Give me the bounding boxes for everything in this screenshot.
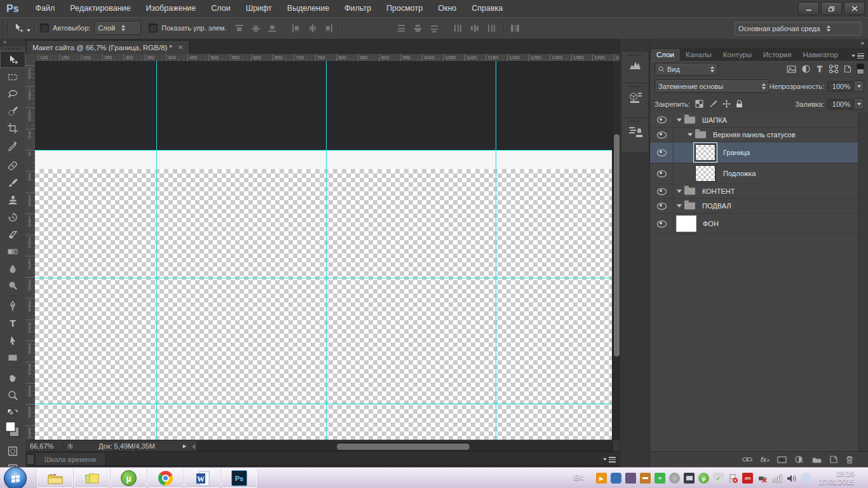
disclosure-triangle[interactable] — [677, 205, 682, 208]
autoselect-checkbox[interactable] — [40, 24, 49, 32]
layers-scroll-gutter[interactable] — [858, 112, 868, 452]
visibility-toggle[interactable] — [650, 142, 674, 163]
pen-tool[interactable] — [0, 297, 25, 315]
eraser-tool[interactable] — [0, 226, 25, 243]
new-layer-icon[interactable] — [830, 456, 837, 463]
menu-file[interactable]: Файл — [28, 0, 63, 17]
updater-tray-icon[interactable] — [640, 473, 651, 484]
bluetooth-tray-icon[interactable] — [801, 473, 811, 484]
tab-layers[interactable]: Слои — [651, 49, 680, 61]
tab-history[interactable]: История — [757, 49, 797, 61]
brush-tool[interactable] — [0, 174, 25, 191]
layer-group-row[interactable]: Верхняя панель статусов — [650, 128, 858, 142]
quick-mask-button[interactable] — [0, 442, 25, 459]
hscroll-left-arrow[interactable] — [192, 444, 195, 449]
layer-thumbnail[interactable] — [695, 165, 715, 182]
adjustment-layer-filter-icon[interactable] — [802, 65, 810, 73]
align-bottom-icon[interactable] — [268, 24, 277, 33]
distribute-top-icon[interactable] — [397, 24, 406, 33]
lock-position-icon[interactable] — [722, 100, 731, 108]
blend-mode-dropdown[interactable]: Затемнение основы — [654, 79, 770, 93]
document-tab[interactable]: Макет сайта @ 66,7% (Граница, RGB/8) * ✕ — [26, 40, 189, 54]
taskbar-word-button[interactable]: W — [184, 468, 220, 488]
lasso-tool[interactable] — [0, 85, 25, 102]
tab-paths[interactable]: Контуры — [717, 49, 757, 61]
sync-error-flag-tray-icon[interactable] — [728, 473, 738, 484]
layer-row[interactable]: ФОН — [650, 214, 858, 234]
default-colors-icon[interactable] — [0, 407, 25, 418]
distribute-right-icon[interactable] — [486, 24, 496, 33]
collapse-tools-chevron[interactable]: » — [0, 39, 25, 46]
new-adjustment-layer-icon[interactable] — [795, 456, 804, 463]
layer-thumbnail[interactable] — [695, 144, 715, 161]
zoom-level-field[interactable]: 66,67% — [30, 442, 53, 450]
spot-healing-brush-tool[interactable] — [0, 157, 25, 174]
restore-button[interactable] — [821, 2, 842, 15]
security-check-tray-icon[interactable]: ✓ — [713, 473, 724, 484]
visibility-toggle[interactable] — [650, 199, 674, 213]
menu-edit[interactable]: Редактирование — [62, 0, 138, 17]
display-settings-tray-icon[interactable] — [684, 473, 695, 484]
tool-preset-arrow[interactable] — [27, 29, 31, 32]
layer-group-row[interactable]: ПОДВАЛ — [650, 199, 858, 214]
clone-stamp-tool[interactable] — [0, 191, 25, 208]
align-vertical-center-icon[interactable] — [251, 24, 261, 33]
show-transform-controls-checkbox[interactable] — [149, 24, 158, 32]
taskbar-sticky-notes-button[interactable] — [74, 468, 110, 488]
layer-group-row[interactable]: КОНТЕНТ — [650, 184, 858, 199]
menu-help[interactable]: Справка — [464, 0, 510, 17]
horizontal-guide[interactable] — [35, 403, 612, 404]
lock-transparency-icon[interactable] — [695, 100, 703, 108]
taskbar-explorer-button[interactable] — [37, 468, 73, 488]
layer-thumbnail[interactable] — [676, 215, 696, 232]
canvas[interactable] — [35, 61, 612, 440]
path-selection-tool[interactable] — [0, 332, 25, 349]
layer-effects-icon[interactable]: fx▾ — [761, 456, 769, 463]
dodge-tool[interactable] — [0, 277, 25, 294]
network-status-tray-icon[interactable] — [669, 473, 680, 484]
menu-window[interactable]: Окно — [430, 0, 464, 17]
autoselect-target-dropdown[interactable]: Слой — [94, 21, 141, 35]
visibility-toggle[interactable] — [650, 184, 674, 198]
hand-tool[interactable] — [0, 369, 25, 386]
timeline-menu-icon[interactable] — [603, 457, 616, 463]
align-horizontal-center-icon[interactable] — [308, 24, 317, 33]
distribute-bottom-icon[interactable] — [430, 24, 439, 33]
language-indicator[interactable]: EN — [574, 473, 583, 481]
archive-tool-tray-icon[interactable] — [625, 473, 636, 484]
visibility-toggle[interactable] — [650, 128, 674, 142]
visibility-toggle[interactable] — [650, 163, 674, 184]
layer-filter-switch[interactable] — [857, 64, 864, 74]
media-player-tray-icon[interactable]: ▶ — [596, 473, 607, 484]
gradient-tool[interactable] — [0, 243, 25, 260]
align-left-icon[interactable] — [291, 24, 301, 33]
foreground-background-swatches[interactable] — [0, 418, 25, 442]
horizontal-scrollbar-thumb[interactable] — [336, 443, 470, 451]
menu-type[interactable]: Шрифт — [238, 0, 280, 17]
distribute-spacing-icon[interactable] — [510, 24, 520, 33]
visibility-toggle[interactable] — [650, 112, 674, 127]
messenger-tray-icon[interactable]: = — [654, 473, 665, 484]
tab-close-icon[interactable]: ✕ — [178, 44, 183, 51]
panel-menu-icon[interactable] — [851, 53, 864, 59]
delete-layer-icon[interactable] — [846, 456, 853, 464]
layer-group-row[interactable]: ШАПКА — [650, 112, 858, 128]
menu-image[interactable]: Изображение — [139, 0, 204, 17]
rectangle-tool[interactable] — [0, 349, 25, 366]
quick-selection-tool[interactable] — [0, 102, 25, 119]
ati-catalyst-tray-icon[interactable]: ATI — [742, 473, 753, 484]
smart-object-filter-icon[interactable] — [844, 65, 851, 73]
tab-navigator[interactable]: Навигатор — [797, 49, 844, 61]
histogram-panel-button[interactable] — [622, 52, 648, 83]
taskbar-photoshop-button[interactable]: Ps — [221, 468, 257, 488]
disclosure-triangle[interactable] — [677, 118, 682, 121]
rectangular-marquee-tool[interactable] — [0, 68, 25, 85]
menu-layers[interactable]: Слои — [203, 0, 238, 17]
disclosure-triangle[interactable] — [677, 190, 682, 193]
status-flyout-arrow[interactable]: ► — [182, 443, 187, 449]
pixel-layer-filter-icon[interactable] — [787, 65, 796, 73]
fill-value[interactable]: 100% — [827, 98, 864, 110]
taskbar-chrome-button[interactable] — [147, 468, 184, 488]
tab-channels[interactable]: Каналы — [680, 49, 717, 61]
opacity-value[interactable]: 100% — [827, 80, 864, 92]
